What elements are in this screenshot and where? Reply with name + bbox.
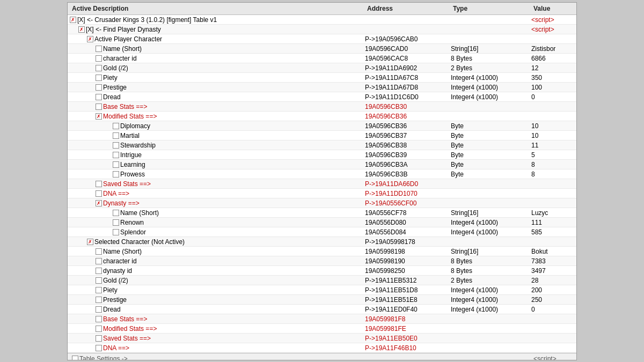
desc-cell: Name (Short) — [68, 247, 363, 256]
table-row: DreadP->19A11D1C6D0Integer4 (x1000)0 — [68, 92, 576, 102]
row-checkbox[interactable] — [113, 219, 119, 226]
table-row: Active Player CharacterP->19A0596CAB0 — [68, 34, 576, 44]
row-checkbox[interactable] — [96, 316, 102, 322]
expand-icon[interactable] — [70, 17, 76, 23]
value-cell: 10 — [529, 131, 577, 140]
address-cell: 19A0596CB3B — [363, 170, 449, 179]
table-row: Selected Character (Not Active)P->19A059… — [68, 237, 576, 247]
row-checkbox[interactable] — [96, 65, 102, 71]
row-checkbox[interactable] — [113, 132, 119, 139]
type-value: 2 Bytes — [451, 277, 472, 284]
header-value: Value — [531, 4, 577, 13]
address-value: P->19A11DA66D0 — [365, 180, 418, 188]
desc-cell: Prowess — [68, 170, 363, 179]
value-cell: Bokut — [529, 247, 577, 256]
row-checkbox[interactable] — [96, 181, 102, 187]
address-value: P->19A0596CAB0 — [365, 35, 418, 43]
address-value: 19A0596CAC8 — [365, 55, 408, 62]
row-checkbox[interactable] — [96, 104, 102, 110]
row-checkbox[interactable] — [96, 297, 102, 303]
row-checkbox[interactable] — [96, 287, 102, 293]
address-value: P->19A11ED0F40 — [365, 306, 418, 313]
type-cell: 8 Bytes — [449, 267, 529, 275]
value-text: <script> — [531, 26, 554, 33]
address-value: P->19A11DD1070 — [365, 190, 418, 197]
type-value: 8 Bytes — [451, 257, 472, 265]
row-checkbox[interactable] — [96, 248, 102, 255]
expand-icon[interactable] — [87, 239, 93, 245]
address-value: P->19A11EB51D8 — [365, 286, 418, 294]
address-value: 19A0596CB39 — [365, 151, 407, 159]
row-checkbox[interactable] — [96, 345, 102, 351]
row-label: Name (Short) — [103, 248, 142, 255]
value-cell: 6866 — [529, 54, 577, 63]
desc-cell: Dread — [68, 305, 363, 314]
value-text: 0 — [531, 306, 535, 313]
value-cell: 585 — [529, 228, 577, 237]
type-cell — [449, 183, 529, 184]
row-checkbox[interactable] — [96, 268, 102, 274]
row-checkbox[interactable] — [113, 161, 119, 168]
row-checkbox[interactable] — [96, 258, 102, 264]
address-cell: P->19A05998178 — [363, 238, 449, 246]
type-value: Integer4 (x1000) — [451, 84, 498, 91]
footer-checkbox[interactable] — [72, 356, 78, 360]
address-cell: P->19A11DA67D8 — [363, 83, 449, 92]
cheat-table: Active Description Address Type Value [X… — [67, 2, 577, 360]
row-label: Prestige — [103, 84, 127, 91]
row-checkbox[interactable] — [113, 171, 119, 178]
address-value: P->19A05998178 — [365, 238, 415, 246]
desc-cell: Splendor — [68, 228, 363, 237]
row-label: Prestige — [103, 296, 127, 304]
address-cell: P->19A11EB51D8 — [363, 286, 449, 294]
value-text: <script> — [531, 16, 554, 24]
desc-cell: [X] <- Find Player Dynasty — [68, 25, 363, 34]
value-text: 200 — [531, 286, 542, 294]
row-checkbox[interactable] — [96, 306, 102, 313]
row-checkbox[interactable] — [96, 326, 102, 332]
expand-icon[interactable] — [87, 36, 93, 42]
row-checkbox[interactable] — [96, 190, 102, 197]
row-checkbox[interactable] — [113, 142, 119, 149]
expand-icon[interactable] — [96, 113, 102, 120]
value-cell: 0 — [529, 93, 577, 101]
table-row: character id19A059981908 Bytes7383 — [68, 256, 576, 266]
footer-settings[interactable]: Table Settings -> — [70, 354, 365, 360]
row-checkbox[interactable] — [113, 229, 119, 235]
value-text: 8 — [531, 171, 535, 178]
row-checkbox[interactable] — [96, 84, 102, 91]
row-label: dynasty id — [103, 267, 132, 275]
value-cell: 10 — [529, 122, 577, 130]
row-checkbox[interactable] — [96, 75, 102, 81]
row-label: Dread — [103, 93, 121, 101]
row-checkbox[interactable] — [113, 123, 119, 129]
row-checkbox[interactable] — [96, 277, 102, 284]
row-label: Name (Short) — [103, 45, 142, 53]
type-value: Integer4 (x1000) — [451, 286, 498, 294]
row-checkbox[interactable] — [113, 152, 119, 158]
desc-cell: Stewardship — [68, 141, 363, 150]
type-cell — [449, 116, 529, 117]
row-checkbox[interactable] — [96, 55, 102, 62]
table-row: Modified Stats ==>19A059981FE — [68, 324, 576, 334]
row-checkbox[interactable] — [96, 335, 102, 342]
address-value: 19A0556CF78 — [365, 209, 406, 217]
table-row: Name (Short)19A05998198String[16]Bokut — [68, 247, 576, 256]
type-cell — [449, 328, 529, 329]
value-text: 28 — [531, 277, 538, 284]
expand-icon[interactable] — [96, 200, 102, 206]
row-checkbox[interactable] — [96, 46, 102, 52]
table-row: [X] <- Crusader Kings 3 (1.0.2) [figment… — [68, 15, 576, 25]
type-value: String[16] — [451, 248, 478, 255]
row-checkbox[interactable] — [96, 94, 102, 100]
desc-cell: DNA ==> — [68, 344, 363, 352]
expand-icon[interactable] — [78, 26, 85, 33]
desc-cell: Base Stats ==> — [68, 315, 363, 323]
value-text: 111 — [531, 219, 542, 226]
row-checkbox[interactable] — [113, 210, 119, 216]
desc-cell: Base Stats ==> — [68, 102, 363, 111]
type-cell — [449, 203, 529, 204]
address-value: 19A0556D084 — [365, 228, 406, 236]
desc-cell: Martial — [68, 131, 363, 140]
table-row: [X] <- Find Player Dynasty<script> — [68, 25, 576, 34]
